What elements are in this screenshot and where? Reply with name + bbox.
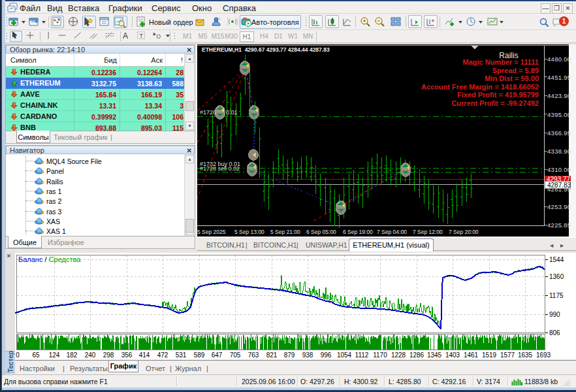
svg-text:1112: 1112 — [355, 351, 369, 359]
svg-text:821: 821 — [266, 351, 278, 359]
svg-text:298: 298 — [103, 351, 114, 359]
svg-text:240: 240 — [85, 351, 96, 359]
svg-text:T: T — [139, 33, 143, 39]
svg-text:0: 0 — [16, 351, 20, 359]
svg-text:472: 472 — [157, 351, 168, 359]
svg-text:1577: 1577 — [500, 351, 515, 359]
svg-text:1054: 1054 — [337, 351, 352, 359]
svg-text:1461: 1461 — [464, 351, 479, 359]
svg-text:1693: 1693 — [536, 351, 551, 359]
svg-text:996: 996 — [321, 351, 332, 359]
svg-text:356: 356 — [121, 351, 133, 359]
svg-text:1519: 1519 — [482, 351, 497, 359]
svg-text:1345: 1345 — [427, 351, 442, 359]
svg-text:1170: 1170 — [373, 351, 387, 359]
svg-text:806: 806 — [549, 329, 560, 336]
svg-text:1360: 1360 — [549, 273, 564, 280]
svg-text:1403: 1403 — [445, 351, 460, 359]
svg-text:Тестер: Тестер — [7, 351, 14, 372]
svg-text:647: 647 — [212, 351, 223, 359]
svg-text:1635: 1635 — [518, 351, 533, 359]
svg-text:1544: 1544 — [549, 256, 564, 263]
svg-text:414: 414 — [139, 351, 150, 359]
svg-text:990: 990 — [549, 311, 560, 318]
svg-text:124: 124 — [49, 351, 60, 359]
svg-text:705: 705 — [230, 351, 241, 359]
svg-text:65: 65 — [32, 351, 40, 359]
svg-text:1228: 1228 — [391, 351, 406, 359]
svg-text:938: 938 — [302, 351, 313, 359]
svg-text:879: 879 — [284, 351, 295, 359]
svg-text:589: 589 — [194, 351, 205, 359]
svg-text:182: 182 — [67, 351, 78, 359]
svg-text:531: 531 — [176, 351, 187, 359]
svg-text:1175: 1175 — [549, 292, 564, 299]
svg-text:763: 763 — [248, 351, 259, 359]
svg-text:1286: 1286 — [409, 351, 424, 359]
svg-text:Баланс / Средства: Баланс / Средства — [18, 255, 81, 263]
